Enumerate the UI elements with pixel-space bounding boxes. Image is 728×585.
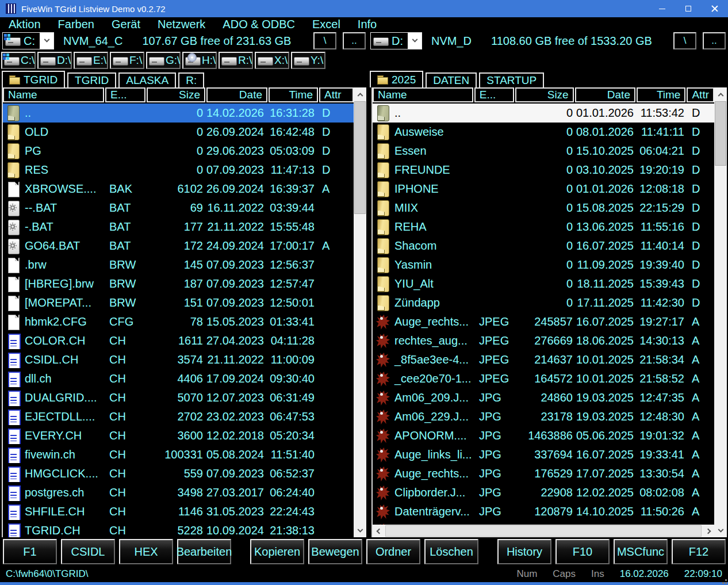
table-row[interactable]: .brwBRW14507.09.202312:56:37 <box>3 255 354 274</box>
right-root-button[interactable]: \ <box>673 32 696 49</box>
table-row[interactable]: _8f5ae3ee-4...JPEG21463710.01.202521:58:… <box>373 350 714 369</box>
tab-startup[interactable]: STARTUP <box>479 72 544 87</box>
tab-tgrid[interactable]: TGRID <box>2 71 65 87</box>
fn-button-f12[interactable]: F12 <box>672 539 726 564</box>
column-header-time[interactable]: Time <box>637 87 685 102</box>
column-header-size[interactable]: Size <box>147 87 205 102</box>
tab-daten[interactable]: DATEN <box>426 72 477 87</box>
table-row[interactable]: MIIX015.08.202522:15:29D <box>373 198 714 217</box>
table-row[interactable]: TGRID.CHCH522810.09.202421:38:13 <box>3 521 354 537</box>
left-up-button[interactable]: .. <box>343 32 366 49</box>
table-row[interactable]: APONORM....JPG146388605.06.202519:01:32A <box>373 426 714 445</box>
left-drive-combo[interactable]: C: <box>2 32 54 49</box>
menu-item-aktion[interactable]: Aktion <box>0 17 49 31</box>
table-row[interactable]: DUALGRID....CH507012.07.202306:31:49 <box>3 388 354 407</box>
right-vertical-scrollbar[interactable] <box>714 87 727 537</box>
table-row[interactable]: GO64.BATBAT17224.09.202417:00:17A <box>3 236 354 255</box>
table-row[interactable]: EVERY.CHCH360012.02.201805:20:34 <box>3 426 354 445</box>
column-header-attr[interactable]: Attr <box>319 87 354 102</box>
menu-item-netzwerk[interactable]: Netzwerk <box>149 17 214 31</box>
scroll-up-arrow[interactable] <box>354 87 366 100</box>
maximize-button[interactable] <box>675 0 702 17</box>
minimize-button[interactable] <box>649 0 675 17</box>
table-row[interactable]: CSIDL.CHCH357421.11.202211:00:09 <box>3 350 354 369</box>
scroll-down-arrow[interactable] <box>354 525 366 537</box>
table-row[interactable]: [MOREPAT...BRW15107.09.202312:50:01 <box>3 293 354 312</box>
right-up-button[interactable]: .. <box>703 32 726 49</box>
fn-button-l-schen[interactable]: Löschen <box>424 539 478 564</box>
drive-button-h[interactable]: H:\ <box>182 52 217 69</box>
resize-grip[interactable] <box>725 579 727 581</box>
column-header-name[interactable]: Name <box>373 87 473 102</box>
column-header-name[interactable]: Name <box>3 87 104 102</box>
scrollbar-thumb[interactable] <box>354 101 366 214</box>
scrollbar-thumb[interactable] <box>385 525 702 537</box>
table-row[interactable]: RES007.09.202311:47:13D <box>3 160 354 179</box>
table-row[interactable]: postgres.chCH349827.03.201706:24:40 <box>3 483 354 502</box>
fn-button-ordner[interactable]: Ordner <box>366 539 420 564</box>
fn-button-bearbeiten[interactable]: Bearbeiten <box>177 539 231 564</box>
column-header-size[interactable]: Size <box>515 87 573 102</box>
right-horizontal-scrollbar[interactable] <box>373 525 714 537</box>
table-row[interactable]: Ausweise008.01.202611:41:11D <box>373 123 714 142</box>
tab-2025[interactable]: 2025 <box>370 71 423 87</box>
column-header-attr[interactable]: Attr <box>687 87 714 102</box>
scrollbar-thumb[interactable] <box>715 101 726 166</box>
tab-alaska[interactable]: ALASKA <box>118 72 176 87</box>
table-row[interactable]: Essen015.10.202506:04:21D <box>373 142 714 160</box>
scroll-left-arrow[interactable] <box>373 525 385 537</box>
scroll-down-arrow[interactable] <box>714 525 727 537</box>
table-row[interactable]: ..014.02.202616:31:28D <box>3 104 354 123</box>
table-row[interactable]: hbmk2.CFGCFG7815.05.202301:33:41 <box>3 312 354 331</box>
table-row[interactable]: Zündapp017.11.202511:42:30D <box>373 293 714 312</box>
tab-tgrid[interactable]: TGRID <box>67 72 116 87</box>
fn-button-history[interactable]: History <box>497 539 551 564</box>
table-row[interactable]: Auge_rechts...JPG17652917.07.202513:30:5… <box>373 464 714 483</box>
fn-button-csidl[interactable]: CSIDL <box>61 539 115 564</box>
table-row[interactable]: Am06_229.J...JPG2317819.03.202512:48:30A <box>373 407 714 426</box>
left-drive-dropdown-button[interactable] <box>40 33 53 49</box>
table-row[interactable]: _cee20e70-1...JPEG16457210.01.202521:58:… <box>373 369 714 388</box>
table-row[interactable]: --.BATBAT6916.11.202203:39:44 <box>3 198 354 217</box>
table-row[interactable]: rechtes_aug...JPEG27666918.06.202514:30:… <box>373 331 714 350</box>
left-root-button[interactable]: \ <box>313 32 336 49</box>
drive-button-x[interactable]: X:\ <box>255 52 289 69</box>
fn-button-bewegen[interactable]: Bewegen <box>308 539 362 564</box>
table-row[interactable]: SHFILE.CHCH114631.05.202322:24:43 <box>3 502 354 521</box>
table-row[interactable]: EJECTDLL....CH270223.02.202306:47:53 <box>3 407 354 426</box>
drive-button-d[interactable]: D:\ <box>37 52 72 69</box>
table-row[interactable]: dll.chCH440617.09.202409:30:40 <box>3 369 354 388</box>
drive-button-r[interactable]: R:\ <box>219 52 253 69</box>
table-row[interactable]: FREUNDE003.10.202519:20:19D <box>373 160 714 179</box>
menu-item-excel[interactable]: Excel <box>304 17 349 31</box>
menu-item-info[interactable]: Info <box>349 17 385 31</box>
fn-button-kopieren[interactable]: Kopieren <box>250 539 304 564</box>
scroll-up-arrow[interactable] <box>714 87 727 100</box>
table-row[interactable]: Datenträgerv...JPG12087914.10.202511:50:… <box>373 502 714 521</box>
fn-button-hex[interactable]: HEX <box>119 539 173 564</box>
table-row[interactable]: PG029.06.202305:03:09D <box>3 142 354 160</box>
table-row[interactable]: Shacom016.07.202511:40:14D <box>373 236 714 255</box>
scroll-right-arrow[interactable] <box>702 525 714 537</box>
drive-button-g[interactable]: G:\ <box>146 52 181 69</box>
fn-button-mscfunc[interactable]: MSCfunc <box>614 539 668 564</box>
table-row[interactable]: -.BATBAT17721.11.202215:55:48 <box>3 217 354 236</box>
menu-item-ado-odbc[interactable]: ADO & ODBC <box>214 17 304 31</box>
column-header-date[interactable]: Date <box>575 87 635 102</box>
menu-item-farben[interactable]: Farben <box>49 17 103 31</box>
table-row[interactable]: fivewin.chCH10033105.08.202411:51:40 <box>3 445 354 464</box>
right-drive-combo[interactable]: D: <box>370 32 422 49</box>
close-button[interactable] <box>702 0 728 17</box>
table-row[interactable]: ..001.01.202611:53:42D <box>373 104 714 123</box>
drive-button-y[interactable]: Y:\ <box>291 52 325 69</box>
left-vertical-scrollbar[interactable] <box>354 87 366 537</box>
fn-button-f10[interactable]: F10 <box>555 539 610 564</box>
table-row[interactable]: Auge_links_li...JPG33769416.07.202519:33… <box>373 445 714 464</box>
table-row[interactable]: OLD026.09.202416:42:48D <box>3 123 354 142</box>
column-header-time[interactable]: Time <box>269 87 318 102</box>
table-row[interactable]: HMGCLICK....CH55907.09.202306:52:37 <box>3 464 354 483</box>
table-row[interactable]: Auge_rechts...JPEG24585716.07.202519:27:… <box>373 312 714 331</box>
table-row[interactable]: Am06_209.J...JPG2486019.03.202512:47:35A <box>373 388 714 407</box>
table-row[interactable]: YIU_Alt018.11.202515:39:43D <box>373 274 714 293</box>
tab-r[interactable]: R: <box>178 72 204 87</box>
